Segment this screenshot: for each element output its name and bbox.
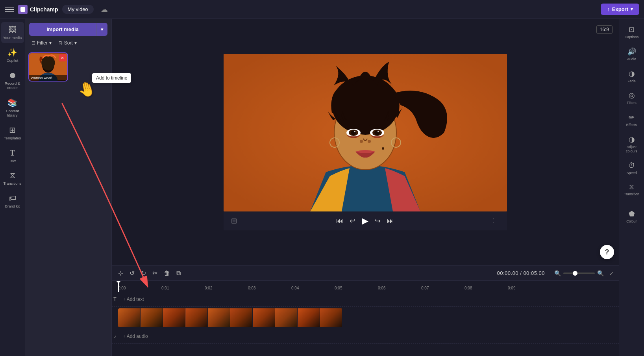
skip-forward-button[interactable]: ⏭: [386, 216, 395, 226]
sidebar-label-templates: Templates: [4, 136, 21, 140]
video-controls-bar: ⊟ ⏮ ↩ ▶ ↪ ⏭ ⛶: [224, 211, 507, 230]
fullscreen-button[interactable]: ⛶: [492, 216, 501, 226]
rewind-button[interactable]: ↩: [348, 215, 357, 226]
fade-icon: ◑: [629, 69, 635, 78]
captions-label: Captions: [625, 35, 639, 39]
sidebar-label-record-create: Record & create: [3, 81, 22, 90]
svg-point-17: [360, 140, 363, 143]
filter-chevron-icon: ▾: [49, 40, 52, 46]
timeline-ruler: 0:00 0:01 0:02 0:03 0:04 0:05 0:06 0:07 …: [112, 281, 619, 292]
right-sidebar-item-speed[interactable]: ⏱ Speed: [620, 158, 643, 178]
right-sidebar-item-effects[interactable]: ✏ Effects: [620, 110, 643, 130]
playhead[interactable]: [118, 281, 119, 292]
export-button[interactable]: ↑ Export ▾: [601, 4, 639, 15]
text-icon: T: [10, 148, 15, 158]
expand-timeline-button[interactable]: ⤢: [609, 270, 614, 276]
left-sidebar: 🖼 Your media ✨ Copilot ⏺ Record & create…: [0, 19, 25, 356]
sidebar-item-record-create[interactable]: ⏺ Record & create: [1, 68, 24, 93]
effects-icon: ✏: [629, 113, 635, 122]
sidebar-item-templates[interactable]: ⊞ Templates: [1, 122, 24, 143]
export-chevron-icon: ▾: [631, 7, 633, 12]
right-sidebar-item-captions[interactable]: ⊡ Captions: [620, 22, 643, 43]
svg-point-15: [374, 130, 380, 135]
play-button[interactable]: ▶: [361, 215, 370, 227]
sidebar-label-brand-kit: Brand kit: [5, 204, 20, 208]
save-frame-button[interactable]: ⧉: [175, 268, 182, 278]
redo-button[interactable]: ↻: [139, 268, 148, 278]
delete-button[interactable]: 🗑: [162, 268, 172, 278]
aspect-ratio-button[interactable]: 16:9: [596, 25, 613, 34]
speed-icon: ⏱: [628, 161, 635, 170]
ruler-mark-9: 0:09: [508, 286, 515, 290]
add-audio-button[interactable]: + Add audio: [118, 329, 153, 343]
sidebar-item-your-media[interactable]: 🖼 Your media: [1, 22, 24, 43]
import-media-arrow-button[interactable]: ▾: [96, 23, 107, 36]
zoom-in-icon: 🔍: [597, 270, 604, 276]
right-sidebar-divider: [619, 203, 644, 203]
add-audio-label: + Add audio: [123, 334, 148, 339]
strip-frame-3: [163, 308, 185, 327]
sidebar-item-brand-kit[interactable]: 🏷 Brand kit: [1, 191, 24, 211]
filters-label: Filters: [627, 101, 637, 105]
zoom-slider[interactable]: [563, 273, 595, 274]
right-sidebar-item-adjust-colours[interactable]: ◑ Adjust colours: [620, 132, 643, 157]
sidebar-label-content-library: Content library: [3, 109, 22, 118]
filter-button[interactable]: ⊟ Filter ▾: [29, 39, 54, 47]
brand-kit-icon: 🏷: [9, 194, 17, 203]
magnet-button[interactable]: ⊹: [117, 268, 125, 278]
audio-track-row: ♪ + Add audio: [112, 329, 619, 344]
ruler-mark-0: 0:00: [118, 286, 126, 290]
fast-forward-button[interactable]: ↪: [374, 215, 382, 226]
center-right: 16:9: [112, 19, 619, 356]
topbar-left: Clipchamp My video ☁: [5, 5, 108, 14]
captions-icon: ⊡: [629, 25, 635, 34]
cut-button[interactable]: ✂: [151, 268, 159, 278]
undo-button[interactable]: ↺: [128, 268, 136, 278]
sidebar-item-copilot[interactable]: ✨ Copilot: [1, 44, 24, 66]
transition-label: Transition: [624, 192, 639, 197]
strip-frame-6: [230, 308, 253, 327]
sidebar-item-transitions[interactable]: ⧖ Transitions: [1, 168, 24, 189]
svg-rect-0: [20, 7, 25, 12]
zoom-out-icon: 🔍: [554, 270, 561, 276]
right-sidebar-item-transition[interactable]: ⧖ Transition: [620, 180, 643, 200]
strip-frame-7: [253, 308, 275, 327]
project-tab[interactable]: My video: [62, 5, 94, 14]
import-media-button[interactable]: Import media: [29, 23, 96, 36]
add-text-label: + Add text: [123, 297, 144, 302]
right-sidebar-item-colour[interactable]: ⬟ Colour: [620, 206, 643, 227]
right-sidebar-item-audio[interactable]: 🔊 Audio: [620, 44, 643, 65]
ruler-mark-7: 0:07: [421, 286, 429, 290]
ruler-mark-3: 0:03: [248, 286, 255, 290]
filter-sort-row: ⊟ Filter ▾ ⇅ Sort ▾: [29, 39, 107, 47]
speed-label: Speed: [626, 171, 637, 175]
right-sidebar-item-filters[interactable]: ◎ Filters: [620, 88, 643, 108]
sort-icon: ⇅: [59, 40, 63, 46]
transition-icon: ⧖: [629, 183, 634, 191]
adjust-colours-label: Adjust colours: [622, 145, 642, 154]
filter-icon: ⊟: [31, 40, 35, 46]
sidebar-item-content-library[interactable]: 📚 Content library: [1, 95, 24, 121]
strip-frame-2: [141, 308, 163, 327]
hamburger-menu[interactable]: [5, 5, 14, 14]
right-sidebar-item-fade[interactable]: ◑ Fade: [620, 66, 643, 87]
sort-button[interactable]: ⇅ Sort ▾: [56, 39, 79, 47]
skip-back-button[interactable]: ⏮: [335, 216, 344, 226]
timeline-area: ⊹ ↺ ↻ ✂ 🗑 ⧉ 00:00.00 / 00:05.00 🔍 🔍 ⤢: [112, 265, 619, 356]
media-thumbnail-woman[interactable]: ✕ Woman weari...: [29, 53, 67, 81]
ruler-mark-5: 0:05: [335, 286, 342, 290]
cloud-icon: ☁: [101, 5, 108, 14]
copilot-icon: ✨: [7, 48, 17, 57]
content-library-icon: 📚: [7, 98, 17, 108]
add-text-button[interactable]: + Add text: [118, 292, 149, 306]
thumb-delete-button[interactable]: ✕: [59, 54, 66, 61]
svg-point-16: [378, 131, 379, 132]
sidebar-item-text[interactable]: T Text: [1, 145, 24, 166]
topbar: Clipchamp My video ☁ ↑ Export ▾: [0, 0, 644, 19]
help-button[interactable]: ?: [600, 245, 614, 259]
video-strip[interactable]: [118, 308, 342, 327]
right-sidebar: ⊡ Captions 🔊 Audio ◑ Fade ◎ Filters ✏ Ef…: [619, 19, 644, 356]
vc-right: ⛶: [492, 216, 501, 226]
captions-toggle-button[interactable]: ⊟: [230, 215, 238, 226]
video-track-row: [112, 307, 619, 329]
